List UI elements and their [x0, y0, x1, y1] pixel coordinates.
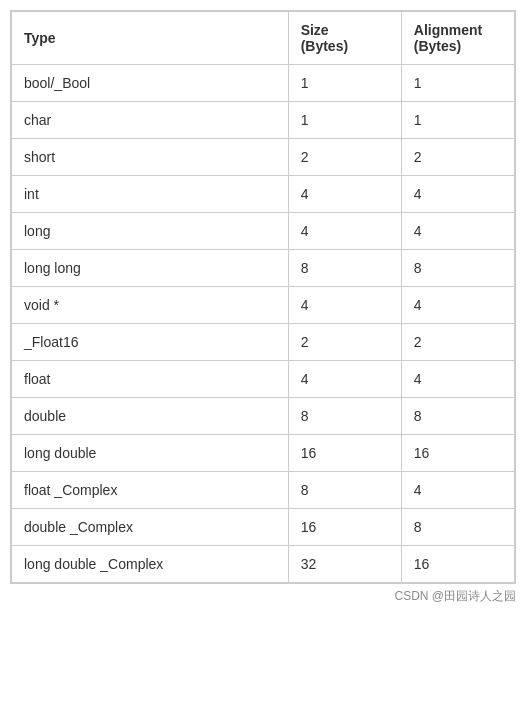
table-row: long double1616 [12, 435, 515, 472]
table-header-row: Type Size(Bytes) Alignment(Bytes) [12, 12, 515, 65]
cell-size: 8 [288, 472, 401, 509]
cell-size: 4 [288, 176, 401, 213]
cell-size: 16 [288, 435, 401, 472]
cell-alignment: 4 [401, 213, 514, 250]
cell-type: long long [12, 250, 289, 287]
table-row: short22 [12, 139, 515, 176]
cell-alignment: 8 [401, 250, 514, 287]
table-row: bool/_Bool11 [12, 65, 515, 102]
table-row: long44 [12, 213, 515, 250]
cell-type: float [12, 361, 289, 398]
cell-type: void * [12, 287, 289, 324]
cell-type: bool/_Bool [12, 65, 289, 102]
cell-type: double _Complex [12, 509, 289, 546]
cell-size: 2 [288, 324, 401, 361]
watermark: CSDN @田园诗人之园 [10, 588, 516, 605]
cell-alignment: 16 [401, 435, 514, 472]
header-alignment: Alignment(Bytes) [401, 12, 514, 65]
cell-type: long double _Complex [12, 546, 289, 583]
table-row: void *44 [12, 287, 515, 324]
table-row: long double _Complex3216 [12, 546, 515, 583]
cell-size: 4 [288, 361, 401, 398]
cell-alignment: 1 [401, 102, 514, 139]
cell-size: 1 [288, 65, 401, 102]
cell-alignment: 4 [401, 287, 514, 324]
header-type: Type [12, 12, 289, 65]
cell-type: double [12, 398, 289, 435]
table-row: int44 [12, 176, 515, 213]
cell-type: short [12, 139, 289, 176]
cell-size: 32 [288, 546, 401, 583]
cell-alignment: 4 [401, 472, 514, 509]
cell-size: 1 [288, 102, 401, 139]
cell-alignment: 8 [401, 509, 514, 546]
cell-size: 4 [288, 287, 401, 324]
cell-alignment: 2 [401, 324, 514, 361]
cell-size: 8 [288, 250, 401, 287]
table-row: double88 [12, 398, 515, 435]
cell-alignment: 4 [401, 361, 514, 398]
cell-size: 4 [288, 213, 401, 250]
table-row: _Float1622 [12, 324, 515, 361]
cell-type: long double [12, 435, 289, 472]
table-row: float _Complex84 [12, 472, 515, 509]
data-table: Type Size(Bytes) Alignment(Bytes) bool/_… [10, 10, 516, 584]
cell-type: float _Complex [12, 472, 289, 509]
table-row: long long88 [12, 250, 515, 287]
cell-alignment: 4 [401, 176, 514, 213]
cell-alignment: 1 [401, 65, 514, 102]
table-row: double _Complex168 [12, 509, 515, 546]
header-size: Size(Bytes) [288, 12, 401, 65]
cell-size: 16 [288, 509, 401, 546]
cell-type: char [12, 102, 289, 139]
cell-type: _Float16 [12, 324, 289, 361]
table-row: float44 [12, 361, 515, 398]
cell-type: int [12, 176, 289, 213]
cell-size: 2 [288, 139, 401, 176]
cell-type: long [12, 213, 289, 250]
cell-alignment: 16 [401, 546, 514, 583]
table-row: char11 [12, 102, 515, 139]
cell-size: 8 [288, 398, 401, 435]
cell-alignment: 8 [401, 398, 514, 435]
cell-alignment: 2 [401, 139, 514, 176]
